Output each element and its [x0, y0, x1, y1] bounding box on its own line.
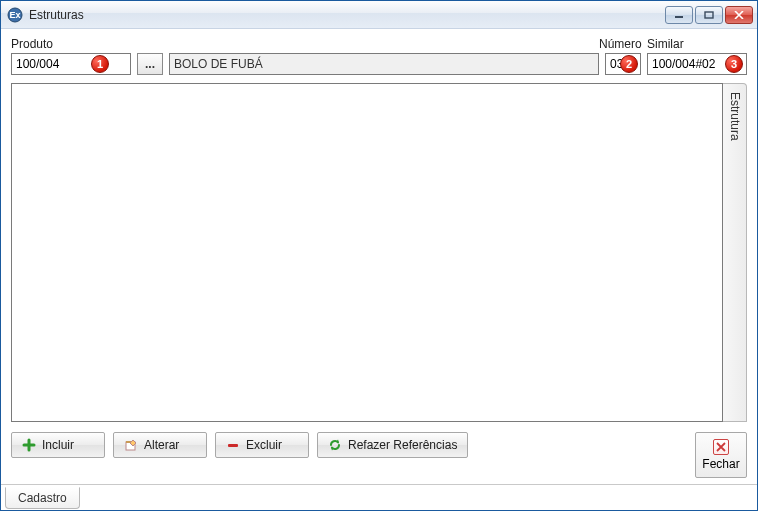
bottom-tabs: Cadastro	[1, 484, 757, 510]
window-title: Estruturas	[29, 8, 665, 22]
tab-cadastro[interactable]: Cadastro	[5, 487, 80, 509]
edit-icon	[124, 438, 138, 452]
alterar-button[interactable]: Alterar	[113, 432, 207, 458]
refazer-button[interactable]: Refazer Referências	[317, 432, 468, 458]
maximize-button[interactable]	[695, 6, 723, 24]
incluir-label: Incluir	[42, 438, 74, 452]
main-area: Estrutura	[11, 83, 747, 422]
fechar-button[interactable]: Fechar	[695, 432, 747, 478]
alterar-label: Alterar	[144, 438, 179, 452]
titlebar: Ex Estruturas	[1, 1, 757, 29]
svg-rect-5	[228, 444, 238, 447]
field-labels-row: Produto Número Similar	[11, 37, 747, 51]
window: Ex Estruturas Produto Número Similar	[0, 0, 758, 511]
refazer-label: Refazer Referências	[348, 438, 457, 452]
browse-button[interactable]: ...	[137, 53, 163, 75]
side-tab-estrutura[interactable]: Estrutura	[723, 83, 747, 422]
minimize-button[interactable]	[665, 6, 693, 24]
close-window-button[interactable]	[725, 6, 753, 24]
produto-code-input[interactable]	[11, 53, 131, 75]
content-area: Produto Número Similar 1 ... BOLO DE FUB…	[1, 29, 757, 484]
side-tab-label: Estrutura	[728, 92, 742, 141]
excluir-label: Excluir	[246, 438, 282, 452]
incluir-button[interactable]: Incluir	[11, 432, 105, 458]
fechar-label: Fechar	[702, 457, 739, 471]
excluir-button[interactable]: Excluir	[215, 432, 309, 458]
list-panel[interactable]	[11, 83, 723, 422]
svg-rect-2	[675, 16, 683, 18]
label-numero: Número	[599, 37, 641, 51]
minus-icon	[226, 438, 240, 452]
app-icon: Ex	[7, 7, 23, 23]
label-produto: Produto	[11, 37, 131, 51]
svg-rect-3	[705, 12, 713, 18]
label-similar: Similar	[647, 37, 747, 51]
similar-input[interactable]	[647, 53, 747, 75]
toolbar: Incluir Alterar Excluir	[11, 432, 747, 478]
refresh-icon	[328, 438, 342, 452]
field-inputs-row: 1 ... BOLO DE FUBÁ 2 3	[11, 53, 747, 75]
plus-icon	[22, 438, 36, 452]
svg-text:Ex: Ex	[9, 10, 20, 20]
numero-input[interactable]	[605, 53, 641, 75]
window-controls	[665, 6, 753, 24]
close-icon	[713, 439, 729, 455]
produto-desc-field: BOLO DE FUBÁ	[169, 53, 599, 75]
